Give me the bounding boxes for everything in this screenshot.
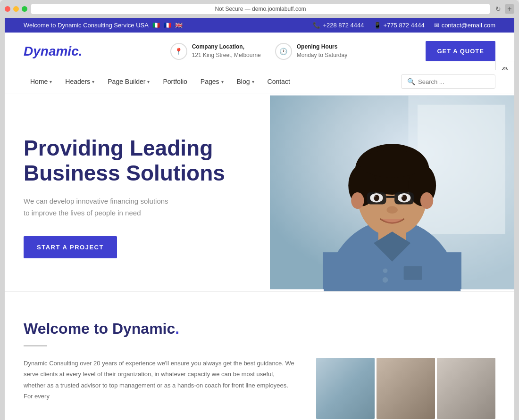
nav-pages-label: Pages — [201, 78, 219, 85]
logo-text: Dynamic. — [24, 44, 83, 58]
location-text: Company Location, 121 King Street, Melbo… — [192, 43, 261, 59]
hero-title: Providing Leading Business Solutions — [24, 136, 251, 186]
nav-pagebuilder-arrow: ▾ — [147, 79, 150, 84]
maximize-button[interactable] — [22, 6, 27, 12]
svg-rect-26 — [403, 266, 422, 280]
phone2-number: +775 872 4444 — [384, 22, 425, 29]
location-info: 📍 Company Location, 121 King Street, Mel… — [170, 43, 261, 60]
nav-item-blog[interactable]: Blog ▾ — [230, 70, 261, 93]
nav-contact-label: Contact — [268, 78, 290, 85]
welcome-images — [316, 358, 495, 419]
minimize-button[interactable] — [13, 6, 19, 12]
title-bar: Not Secure — demo.joomlabuff.com ↻ + — [5, 4, 514, 14]
nav-links: Home ▾ Headers ▾ Page Builder ▾ Portfoli… — [24, 70, 401, 93]
address-bar[interactable]: Not Secure — demo.joomlabuff.com — [31, 4, 490, 14]
nav-home-arrow: ▾ — [50, 79, 52, 84]
welcome-section: Welcome to Dynamic. Dynamic Consulting o… — [5, 291, 514, 420]
flag-france[interactable]: 🇫🇷 — [164, 22, 171, 29]
new-tab-button[interactable]: + — [505, 4, 514, 14]
svg-point-25 — [383, 268, 387, 273]
hero-content: Providing Leading Business Solutions We … — [5, 93, 270, 291]
nav-item-pagebuilder[interactable]: Page Builder ▾ — [101, 70, 156, 93]
website-content: Welcome to Dynamic Consulting Service US… — [5, 18, 514, 420]
svg-point-22 — [399, 195, 403, 198]
location-address: 121 King Street, Melbourne — [192, 52, 261, 58]
clock-icon: 🕐 — [275, 43, 292, 60]
top-bar-left: Welcome to Dynamic Consulting Service US… — [24, 22, 183, 29]
nav-portfolio-label: Portfolio — [163, 78, 187, 85]
site-logo[interactable]: Dynamic. — [24, 44, 83, 59]
search-input[interactable] — [418, 78, 489, 85]
search-bar[interactable]: 🔍 — [401, 74, 495, 89]
contact-info-bar: 📍 Company Location, 121 King Street, Mel… — [111, 43, 407, 60]
hero-illustration — [270, 93, 514, 291]
svg-point-12 — [351, 192, 364, 209]
hours-text: Opening Hours Monday to Saturday — [297, 43, 347, 59]
phone1-contact[interactable]: 📞 +228 872 4444 — [313, 22, 364, 29]
hours-label: Opening Hours — [297, 43, 347, 51]
welcome-content: Dynamic Consulting over 20 years of expe… — [24, 358, 495, 419]
refresh-button[interactable]: ↻ — [495, 5, 501, 13]
nav-blog-arrow: ▾ — [252, 79, 254, 84]
welcome-divider — [24, 345, 47, 346]
welcome-image-3 — [437, 358, 495, 419]
hero-subtitle: We can develop innovative financing solu… — [24, 195, 193, 219]
top-bar: Welcome to Dynamic Consulting Service US… — [5, 18, 514, 33]
search-icon: 🔍 — [407, 78, 415, 85]
top-bar-right: 📞 +228 872 4444 📱 +775 872 4444 ✉ contac… — [313, 22, 495, 29]
welcome-title: Welcome to Dynamic. — [24, 320, 495, 338]
flag-italy[interactable]: 🇮🇹 — [152, 22, 160, 29]
nav-area: ⚙ Home ▾ Headers ▾ Page Builder ▾ — [5, 70, 514, 93]
email-contact[interactable]: ✉ contact@email.com — [434, 22, 495, 29]
flag-uk[interactable]: 🇬🇧 — [175, 22, 183, 29]
hero-section: Providing Leading Business Solutions We … — [5, 93, 514, 291]
nav-home-label: Home — [30, 78, 48, 85]
svg-point-21 — [372, 195, 376, 198]
welcome-title-text: Welcome to Dynamic — [24, 320, 175, 337]
email-address: contact@email.com — [442, 22, 495, 29]
hours-value: Monday to Saturday — [297, 52, 347, 58]
hero-image-area — [270, 93, 514, 291]
welcome-image-2 — [377, 358, 435, 419]
nav-item-home[interactable]: Home ▾ — [24, 70, 59, 93]
svg-point-23 — [386, 206, 397, 214]
svg-rect-16 — [386, 196, 394, 198]
phone2-icon: 📱 — [374, 22, 381, 29]
browser-window: Not Secure — demo.joomlabuff.com ↻ + Wel… — [0, 0, 519, 420]
close-button[interactable] — [5, 6, 10, 12]
nav-item-pages[interactable]: Pages ▾ — [194, 70, 230, 93]
nav-pagebuilder-label: Page Builder — [108, 78, 145, 85]
welcome-text: Welcome to Dynamic Consulting Service US… — [24, 22, 149, 29]
get-quote-button[interactable]: GET A QUOTE — [426, 41, 495, 61]
nav-blog-label: Blog — [237, 78, 250, 85]
nav-item-headers[interactable]: Headers ▾ — [59, 70, 101, 93]
welcome-image-1 — [316, 358, 375, 419]
svg-point-13 — [420, 192, 433, 209]
start-project-button[interactable]: START A PROJECT — [24, 236, 117, 258]
nav-headers-label: Headers — [65, 78, 90, 85]
phone1-icon: 📞 — [313, 22, 320, 29]
main-nav: Home ▾ Headers ▾ Page Builder ▾ Portfoli… — [5, 70, 514, 93]
nav-pages-arrow: ▾ — [221, 79, 224, 84]
svg-point-24 — [382, 277, 388, 283]
welcome-dot: . — [175, 320, 179, 337]
location-icon: 📍 — [170, 43, 187, 60]
site-header: Dynamic. 📍 Company Location, 121 King St… — [5, 33, 514, 70]
location-label: Company Location, — [192, 43, 261, 51]
traffic-lights — [5, 6, 27, 12]
hours-info: 🕐 Opening Hours Monday to Saturday — [275, 43, 347, 60]
nav-item-portfolio[interactable]: Portfolio — [156, 70, 193, 93]
welcome-body-text: Dynamic Consulting over 20 years of expe… — [24, 358, 297, 419]
hero-title-line2: Business Solutions — [24, 161, 225, 185]
hero-title-line1: Providing Leading — [24, 136, 213, 160]
nav-item-contact[interactable]: Contact — [261, 70, 297, 93]
svg-point-11 — [360, 150, 424, 178]
phone2-contact[interactable]: 📱 +775 872 4444 — [374, 22, 425, 29]
nav-headers-arrow: ▾ — [92, 79, 94, 84]
phone1-number: +228 872 4444 — [323, 22, 364, 29]
email-icon: ✉ — [434, 22, 439, 29]
